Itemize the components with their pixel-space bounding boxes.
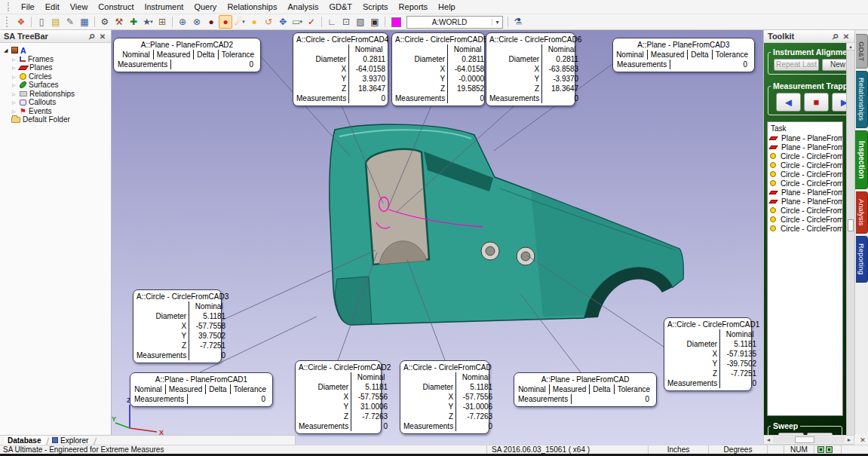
scrollbar-thumb[interactable]: [848, 219, 854, 231]
tree-collapsed-icon[interactable]: ▷: [12, 109, 20, 114]
callout-a-circle-circlefromcad1[interactable]: A::Circle - CircleFromCAD1NominalDiamete…: [664, 317, 752, 391]
close-icon[interactable]: ✕: [97, 32, 108, 41]
frame-icon[interactable]: ⊗: [190, 15, 204, 29]
menu-item-view[interactable]: View: [65, 1, 94, 13]
new-alignment-button[interactable]: New: [822, 59, 846, 71]
menu-item-relationships[interactable]: Relationships: [222, 1, 282, 13]
tab-explorer[interactable]: Explorer: [49, 436, 94, 445]
task-item-plane-planefromcad1[interactable]: Plane - PlaneFromCAD1: [770, 142, 842, 151]
trap-next-button[interactable]: ►: [832, 93, 846, 112]
tree-view-icon[interactable]: ⊞: [155, 15, 169, 29]
toggle-select-icon[interactable]: ⊡: [339, 15, 353, 29]
tree-item-surfaces[interactable]: ▷Surfaces: [4, 81, 111, 90]
tree-item-relationships[interactable]: ▷Relationships: [4, 90, 111, 99]
menu-item-file[interactable]: File: [16, 1, 40, 13]
tree-collapsed-icon[interactable]: ▷: [12, 57, 20, 62]
move-icon[interactable]: ✥: [276, 15, 290, 29]
menu-item-construct[interactable]: Construct: [93, 1, 139, 13]
tree-item-callouts[interactable]: ▷Callouts: [4, 98, 111, 107]
save-icon[interactable]: ▦: [78, 15, 91, 29]
tree-item-a[interactable]: ◢A: [4, 46, 111, 55]
chevron-down-icon[interactable]: ▾: [492, 19, 502, 26]
tab-database[interactable]: Database: [5, 436, 47, 445]
comet-icon[interactable]: ☄▾: [233, 15, 247, 29]
menu-item-instrument[interactable]: Instrument: [139, 1, 189, 13]
menu-item-query[interactable]: Query: [189, 1, 222, 13]
task-item-circle-circlefromcad1[interactable]: Circle - CircleFromCAD1: [770, 161, 842, 170]
task-item-circle-circlefromcad2[interactable]: Circle - CircleFromCAD2: [770, 170, 842, 179]
tree-item-planes[interactable]: ▷Planes: [4, 63, 111, 72]
settings-gear-icon[interactable]: ⚙: [98, 15, 112, 29]
new-file-icon[interactable]: ▯: [35, 15, 48, 29]
side-tab-analysis[interactable]: Analysis: [856, 191, 868, 234]
side-tab-inspection[interactable]: Inspection: [855, 130, 868, 189]
close-icon[interactable]: ✕: [841, 32, 851, 41]
marquee-select-icon[interactable]: ▧: [354, 15, 367, 29]
task-item-circle-circlefromcad6[interactable]: Circle - CircleFromCAD6: [770, 224, 842, 233]
camera-icon[interactable]: ▣: [368, 15, 382, 29]
menu-item-analysis[interactable]: Analysis: [282, 1, 324, 13]
menu-item-scripts[interactable]: Scripts: [357, 1, 394, 13]
callout-a-circle-circlefromcad5[interactable]: A::Circle - CircleFromCAD5NominalDiamete…: [391, 32, 485, 106]
menu-item-edit[interactable]: Edit: [40, 1, 65, 13]
trap-stop-button[interactable]: ■: [804, 93, 829, 112]
open-file-icon[interactable]: ▤: [49, 15, 63, 29]
add-instrument-icon[interactable]: ✚: [127, 15, 140, 29]
toolkit-horizontal-scrollbar[interactable]: ◄ ►: [763, 435, 854, 445]
task-item-plane-planefromcad3[interactable]: Plane - PlaneFromCAD3: [770, 197, 842, 206]
side-tab-gd-t[interactable]: GD&T: [856, 34, 868, 69]
task-item-plane-planefromcad2[interactable]: Plane - PlaneFromCAD2: [770, 188, 842, 197]
scroll-right-icon[interactable]: ►: [845, 437, 854, 442]
tree-item-default-folder[interactable]: Default Folder: [4, 115, 111, 124]
pin-icon[interactable]: ⚲: [87, 32, 97, 41]
scroll-left-icon[interactable]: ◄: [764, 437, 773, 442]
close-icon[interactable]: ✕: [858, 436, 867, 445]
scrollbar-thumb[interactable]: [795, 436, 814, 443]
task-item-circle-circlefromcad3[interactable]: Circle - CircleFromCAD3: [770, 179, 842, 188]
side-tab-relationships[interactable]: Relationships: [856, 71, 868, 128]
color-swatch[interactable]: [391, 17, 401, 27]
wrench-icon[interactable]: ⚒: [112, 15, 126, 29]
repeat-last-button[interactable]: Repeat Last: [774, 59, 819, 71]
tree-collapsed-icon[interactable]: ▷: [12, 99, 20, 105]
app-icon[interactable]: ❖: [14, 15, 28, 29]
pin-icon[interactable]: ⚲: [830, 32, 841, 41]
bucket-icon[interactable]: ⚗: [511, 15, 525, 29]
tree-item-circles[interactable]: ▷Circles: [4, 72, 111, 81]
red-sphere-icon[interactable]: ●: [219, 15, 232, 29]
side-tab-reporting[interactable]: Reporting: [856, 236, 868, 283]
callout-a-circle-circlefromcad6[interactable]: A::Circle - CircleFromCAD6NominalDiamete…: [486, 32, 575, 106]
scrollbar-track[interactable]: [773, 436, 845, 443]
menu-item-gd-t[interactable]: GD&T: [324, 1, 357, 13]
check-icon[interactable]: ✓: [305, 15, 318, 29]
callout-a-circle-circlefromcad4[interactable]: A::Circle - CircleFromCAD4NominalDiamete…: [293, 32, 388, 106]
callout-view-icon[interactable]: ▭▾: [290, 15, 304, 29]
locate-instrument-icon[interactable]: ★▾: [141, 15, 155, 29]
callout-a-circle-circlefromcad2[interactable]: A::Circle - CircleFromCAD2NominalDiamete…: [295, 360, 382, 434]
callout-a-plane-planefromcad2[interactable]: A::Plane - PlaneFromCAD2NominalMeasuredD…: [113, 38, 261, 72]
task-item-circle-circlefromcad[interactable]: Circle - CircleFromCAD: [770, 151, 842, 161]
callout-a-circle-circlefromcad[interactable]: A::Circle - CircleFromCADNominalDiameter…: [400, 360, 489, 434]
task-item-circle-circlefromcad4[interactable]: Circle - CircleFromCAD4: [770, 206, 842, 215]
tree-collapsed-icon[interactable]: ▷: [12, 74, 20, 79]
callout-a-plane-planefromcad1[interactable]: A::Plane - PlaneFromCAD1NominalMeasuredD…: [130, 372, 273, 407]
scroll-up-icon[interactable]: ▲: [847, 43, 854, 50]
callout-a-plane-planefromcad3[interactable]: A::Plane - PlaneFromCAD3NominalMeasuredD…: [612, 38, 755, 72]
refresh-icon[interactable]: ↺: [262, 15, 275, 29]
menu-item-reports[interactable]: Reports: [394, 1, 434, 13]
toolkit-vertical-scrollbar[interactable]: ▲: [846, 43, 854, 435]
tree-item-frames[interactable]: ▷Frames: [4, 55, 111, 64]
corner-select-icon[interactable]: ∟: [325, 15, 339, 29]
dark-sphere-icon[interactable]: ●: [204, 15, 218, 29]
callout-a-circle-circlefromcad3[interactable]: A::Circle - CircleFromCAD3NominalDiamete…: [133, 289, 222, 363]
task-item-circle-circlefromcad5[interactable]: Circle - CircleFromCAD5: [770, 215, 842, 224]
menu-item-help[interactable]: Help: [433, 1, 461, 13]
task-item-plane-planefromcad[interactable]: Plane - PlaneFromCAD: [770, 133, 842, 142]
trap-previous-button[interactable]: ◄: [776, 93, 801, 112]
callout-a-plane-planefromcad[interactable]: A::Plane - PlaneFromCADNominalMeasuredDe…: [514, 372, 657, 407]
yellow-ball-icon[interactable]: ●: [247, 15, 261, 29]
tree-collapsed-icon[interactable]: ▷: [12, 91, 20, 96]
tree-expanded-icon[interactable]: ◢: [4, 47, 11, 54]
tree-item-events[interactable]: ▷⚑Events: [4, 107, 111, 116]
tree-collapsed-icon[interactable]: ▷: [12, 82, 20, 87]
